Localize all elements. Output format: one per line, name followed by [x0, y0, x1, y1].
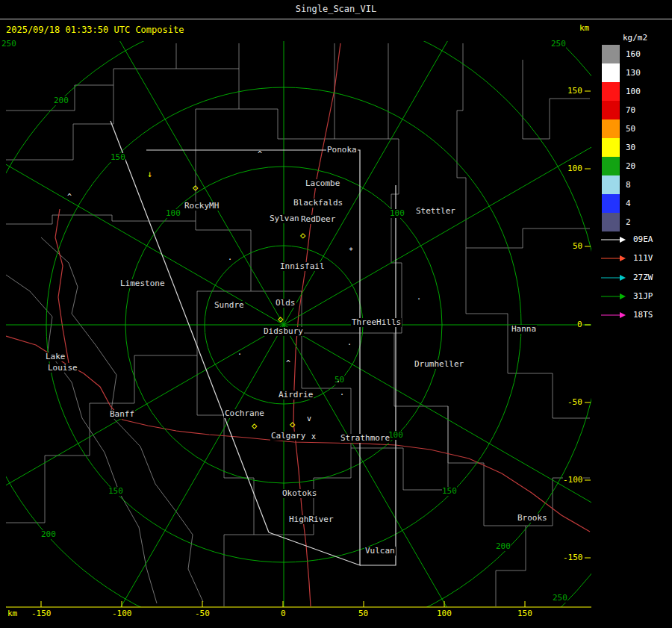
city-label: Brooks [517, 514, 548, 523]
city-label: Strathmore [340, 434, 391, 443]
city-label: Okotoks [281, 489, 317, 498]
axis-ticks [6, 91, 591, 607]
city-label: Blackfalds [293, 199, 343, 208]
axis-label-bottom: 100 [437, 609, 452, 618]
color-swatch [602, 82, 620, 101]
ring-distance-label: 150 [111, 153, 125, 162]
km-unit-label-bottom: km [7, 609, 17, 618]
x-marker-icon: x [311, 433, 316, 441]
axis-label-right: -100 [563, 476, 583, 485]
legend-scale-value: 30 [626, 143, 635, 152]
axis-label-bottom: 0 [281, 609, 286, 618]
radar-legend-row: 18TS [600, 310, 653, 320]
color-swatch [602, 101, 620, 119]
dot-marker-icon: . [347, 339, 352, 346]
city-label: Lacombe [305, 179, 340, 188]
dot-marker-icon: . [228, 254, 232, 261]
city-label: RedDeer [300, 215, 336, 224]
scan-footprint-outline [111, 121, 396, 565]
city-label: Airdrie [278, 391, 314, 400]
city-label: Calgary [270, 432, 306, 441]
arrow-icon [600, 292, 627, 301]
radar-viewer-window: Single_Scan_VIL 2025/09/18 01:33:50 UTC … [0, 0, 672, 628]
city-label: Louise [47, 364, 78, 373]
color-swatch [602, 138, 620, 157]
city-label: Vulcan [364, 547, 396, 556]
legend-scale-value: 20 [626, 162, 635, 171]
legend-scale-value: 4 [626, 199, 631, 208]
legend-scale-value: 100 [626, 87, 641, 96]
ring-distance-label: 200 [54, 96, 69, 105]
axis-label-bottom: -100 [112, 609, 132, 618]
ring-distance-label: 100 [166, 209, 181, 218]
ring-distance-label: 150 [108, 487, 123, 496]
color-swatch [602, 213, 620, 231]
city-label: Sylvan [269, 214, 300, 223]
radar-legend-row: 09EA [600, 234, 653, 244]
dot-marker-icon: . [417, 293, 421, 301]
color-swatch [602, 194, 620, 213]
axis-label-right: 100 [567, 164, 582, 173]
v-marker-icon: v [307, 415, 311, 423]
legend-scale-value: 8 [626, 181, 631, 190]
radar-id-label: 09EA [633, 234, 653, 244]
radar-legend-row: 111V [600, 253, 653, 263]
radar-legend-row: 27ZW [600, 273, 653, 282]
caret-marker-icon: ^ [286, 360, 290, 367]
axis-label-right: 0 [577, 320, 582, 329]
asterisk-marker-icon: * [349, 247, 353, 255]
dot-marker-icon: . [237, 349, 242, 356]
city-marker-diamond-icon: ◇ [193, 184, 198, 191]
axis-label-right: -50 [567, 398, 582, 407]
ring-distance-label: 250 [1, 40, 16, 49]
city-label: Stettler [415, 207, 456, 216]
city-marker-diamond-icon: ◇ [252, 422, 257, 429]
city-label: Cochrane [224, 409, 265, 418]
legend-scale-value: 160 [626, 50, 641, 59]
radar-id-label: 31JP [633, 291, 653, 301]
arrow-icon [600, 311, 627, 320]
caret-marker-icon: ^ [258, 151, 262, 158]
color-swatch [602, 157, 620, 175]
city-label: Limestone [119, 279, 166, 288]
arrow-icon [600, 235, 627, 244]
city-label: Olds [275, 299, 296, 308]
color-swatch [602, 119, 620, 138]
city-label: Innisfail [279, 262, 326, 271]
city-label: Hanna [511, 325, 537, 334]
color-swatch [602, 63, 620, 82]
city-label: Sundre [214, 301, 245, 310]
city-label: Didsbury [263, 327, 304, 336]
radar-id-label: 18TS [633, 310, 653, 320]
axis-label-right: 50 [573, 242, 582, 251]
dot-marker-icon: . [340, 389, 344, 397]
color-swatch [602, 45, 620, 63]
caret-marker-icon: ^ [67, 193, 72, 201]
radar-id-label: 27ZW [633, 273, 653, 282]
ring-distance-label: 200 [41, 530, 56, 539]
legend-scale-value: 50 [626, 125, 635, 134]
down-arrow-icon: ↓ [147, 170, 152, 178]
legend-scale-value: 70 [626, 106, 635, 115]
axis-label-bottom: 50 [358, 609, 368, 618]
arrow-icon [600, 254, 627, 263]
city-marker-diamond-icon: ◇ [290, 420, 295, 428]
city-label: HighRiver [288, 515, 335, 524]
legend-scale-value: 130 [626, 69, 641, 78]
radar-center-diamond-icon: ◇ [278, 315, 283, 323]
axis-label-bottom: -50 [195, 609, 210, 618]
arrow-icon [600, 273, 627, 282]
city-label: Ponoka [326, 146, 358, 155]
legend-unit-label: kg/m2 [623, 34, 647, 43]
ring-distance-label: 200 [496, 542, 511, 551]
city-marker-diamond-icon: ◇ [300, 231, 305, 239]
city-label: Banff [109, 410, 135, 419]
ring-distance-label: 150 [442, 487, 457, 496]
color-swatch [602, 175, 620, 194]
ring-distance-label: 250 [551, 40, 566, 49]
city-label: Drumheller [414, 360, 464, 369]
city-label: Lake [45, 352, 66, 361]
legend-scale-value: 2 [626, 218, 631, 227]
axis-label-right: -150 [563, 553, 583, 562]
axis-label-bottom: -150 [31, 609, 52, 618]
